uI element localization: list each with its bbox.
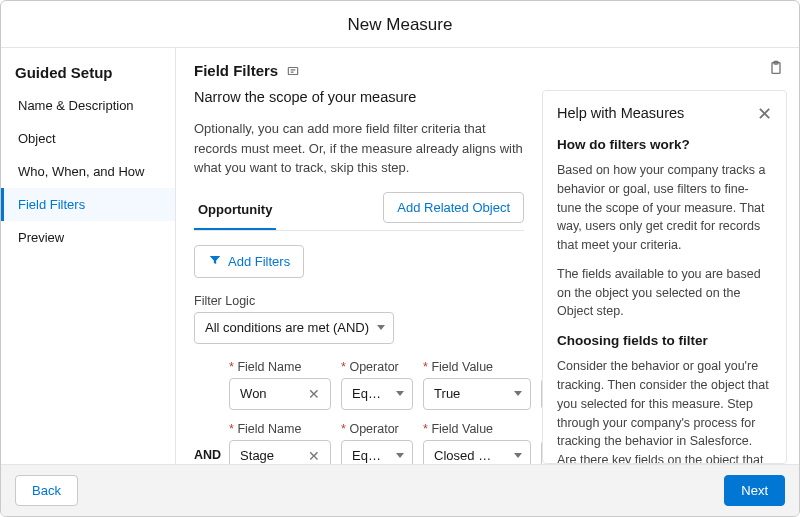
content-panel: Field Filters Narrow the scope of your m… xyxy=(176,48,542,464)
svg-rect-0 xyxy=(289,67,298,74)
filter-rows: AND Field Name Won ✕ xyxy=(194,360,524,465)
filter-logic-label: Filter Logic xyxy=(194,294,524,308)
filter-row: Field Name Stage ✕ Operator Eq… xyxy=(229,422,542,465)
operator-select[interactable]: Eq… xyxy=(341,440,413,465)
filter-logic-select[interactable]: All conditions are met (AND) xyxy=(194,312,394,344)
help-panel: Help with Measures ✕ How do filters work… xyxy=(542,90,787,464)
field-value-label: Field Value xyxy=(423,422,531,436)
content-subtitle: Narrow the scope of your measure xyxy=(194,89,524,105)
add-filters-row: Add Filters xyxy=(194,245,524,284)
tabs-row: Opportunity Add Related Object xyxy=(194,192,524,231)
clipboard-icon[interactable] xyxy=(768,60,784,76)
field-value-value: Closed … xyxy=(434,448,491,463)
field-name-select[interactable]: Won ✕ xyxy=(229,378,331,410)
field-name-value: Won xyxy=(240,386,267,401)
filter-logic-section: Filter Logic All conditions are met (AND… xyxy=(194,294,524,344)
field-value-value: True xyxy=(434,386,460,401)
logic-operator-column: AND xyxy=(194,360,221,465)
filter-row: Field Name Won ✕ Operator Eq… xyxy=(229,360,542,410)
filter-logic-value: All conditions are met (AND) xyxy=(205,320,369,335)
help-heading: How do filters work? xyxy=(557,135,772,155)
field-name-label: Field Name xyxy=(229,360,331,374)
info-card-icon[interactable] xyxy=(286,64,300,78)
help-paragraph: The fields available to you are based on… xyxy=(557,265,772,321)
chevron-down-icon xyxy=(514,453,522,458)
sidebar-item-label: Name & Description xyxy=(18,98,134,113)
operator-select[interactable]: Eq… xyxy=(341,378,413,410)
next-button[interactable]: Next xyxy=(724,475,785,506)
and-label: AND xyxy=(194,448,221,462)
new-measure-modal: New Measure Guided Setup Name & Descript… xyxy=(0,0,800,517)
help-heading: Choosing fields to filter xyxy=(557,331,772,351)
guided-setup-sidebar: Guided Setup Name & Description Object W… xyxy=(1,48,176,464)
tab-opportunity[interactable]: Opportunity xyxy=(194,192,276,230)
operator-value: Eq… xyxy=(352,386,381,401)
help-paragraph: Based on how your company tracks a behav… xyxy=(557,161,772,255)
help-paragraph: Consider the behavior or goal you're tra… xyxy=(557,357,772,464)
sidebar-item-name-description[interactable]: Name & Description xyxy=(1,89,175,122)
tab-label: Opportunity xyxy=(198,202,272,217)
sidebar-item-preview[interactable]: Preview xyxy=(1,221,175,254)
content-title: Field Filters xyxy=(194,62,278,79)
sidebar-item-label: Object xyxy=(18,131,56,146)
close-icon[interactable]: ✕ xyxy=(757,105,772,123)
help-header: Help with Measures ✕ xyxy=(557,103,772,125)
sidebar-item-label: Who, When, and How xyxy=(18,164,144,179)
sidebar-item-who-when-how[interactable]: Who, When, and How xyxy=(1,155,175,188)
chevron-down-icon xyxy=(396,391,404,396)
add-filters-button[interactable]: Add Filters xyxy=(194,245,304,278)
add-related-object-button[interactable]: Add Related Object xyxy=(383,192,524,223)
back-button[interactable]: Back xyxy=(15,475,78,506)
field-name-select[interactable]: Stage ✕ xyxy=(229,440,331,465)
field-value-select[interactable]: Closed … xyxy=(423,440,531,465)
help-title: Help with Measures xyxy=(557,103,684,125)
rows-column: Field Name Won ✕ Operator Eq… xyxy=(229,360,542,465)
operator-label: Operator xyxy=(341,422,413,436)
clear-icon[interactable]: ✕ xyxy=(306,387,322,401)
clear-icon[interactable]: ✕ xyxy=(306,449,322,463)
field-value-label: Field Value xyxy=(423,360,531,374)
chevron-down-icon xyxy=(396,453,404,458)
field-value-select[interactable]: True xyxy=(423,378,531,410)
sidebar-item-object[interactable]: Object xyxy=(1,122,175,155)
sidebar-title: Guided Setup xyxy=(1,58,175,89)
operator-value: Eq… xyxy=(352,448,381,463)
sidebar-item-label: Field Filters xyxy=(18,197,85,212)
field-name-label: Field Name xyxy=(229,422,331,436)
chevron-down-icon xyxy=(514,391,522,396)
sidebar-item-field-filters[interactable]: Field Filters xyxy=(1,188,175,221)
content-description: Optionally, you can add more field filte… xyxy=(194,119,524,178)
content-title-row: Field Filters xyxy=(194,62,524,79)
chevron-down-icon xyxy=(377,325,385,330)
sidebar-item-label: Preview xyxy=(18,230,64,245)
modal-footer: Back Next xyxy=(1,464,799,516)
modal-body: Guided Setup Name & Description Object W… xyxy=(1,48,799,464)
operator-label: Operator xyxy=(341,360,413,374)
modal-title: New Measure xyxy=(1,1,799,48)
field-name-value: Stage xyxy=(240,448,274,463)
main-area: Field Filters Narrow the scope of your m… xyxy=(176,48,799,464)
filter-icon xyxy=(208,253,222,270)
